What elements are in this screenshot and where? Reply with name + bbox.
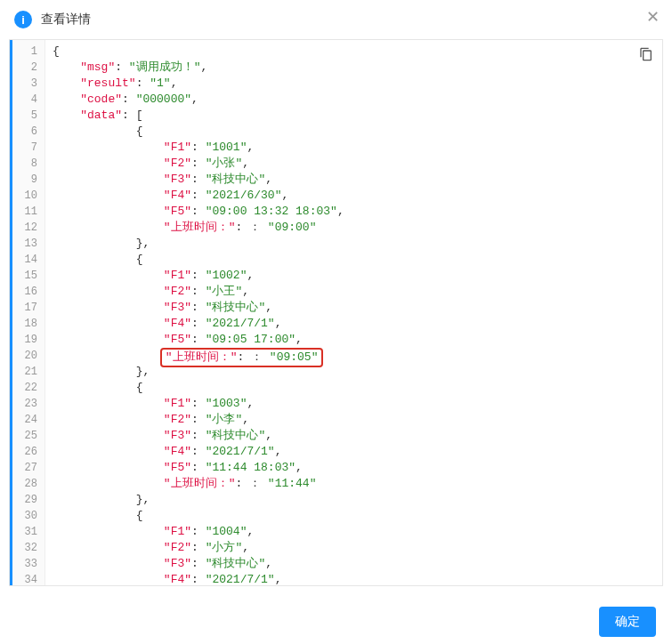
confirm-button[interactable]: 确定 bbox=[599, 607, 656, 637]
code-content[interactable]: { "msg": "调用成功！", "result": "1", "code":… bbox=[45, 40, 662, 585]
dialog-header: i 查看详情 ✕ bbox=[0, 0, 672, 39]
code-line: "F5": "09:00 13:32 18:03", bbox=[53, 204, 655, 220]
code-line: "F3": "科技中心", bbox=[53, 300, 655, 316]
code-line: "code": "000000", bbox=[53, 92, 655, 108]
code-line: "F2": "小方", bbox=[53, 540, 655, 556]
code-line: "F3": "科技中心", bbox=[53, 172, 655, 188]
code-line: "F1": "1003", bbox=[53, 396, 655, 412]
code-line: "msg": "调用成功！", bbox=[53, 60, 655, 76]
code-line: "F5": "11:44 18:03", bbox=[53, 460, 655, 476]
code-line: "上班时间：": ： "11:44" bbox=[53, 476, 655, 492]
code-line: "F3": "科技中心", bbox=[53, 428, 655, 444]
code-line: "上班时间：": ： "09:05" bbox=[53, 348, 655, 364]
code-line: { bbox=[53, 44, 655, 60]
code-line: "F4": "2021/7/1", bbox=[53, 572, 655, 585]
code-line: { bbox=[53, 508, 655, 524]
code-line: { bbox=[53, 380, 655, 396]
code-line: "F1": "1002", bbox=[53, 268, 655, 284]
code-line: "F3": "科技中心", bbox=[53, 556, 655, 572]
code-line: "F4": "2021/7/1", bbox=[53, 444, 655, 460]
code-line: }, bbox=[53, 236, 655, 252]
code-line: "result": "1", bbox=[53, 76, 655, 92]
code-line: "F2": "小李", bbox=[53, 412, 655, 428]
code-line: "F1": "1001", bbox=[53, 140, 655, 156]
code-line: "F2": "小王", bbox=[53, 284, 655, 300]
code-line: "F5": "09:05 17:00", bbox=[53, 332, 655, 348]
line-gutter: 1234567891011121314151617181920212223242… bbox=[10, 40, 45, 585]
dialog-title: 查看详情 bbox=[41, 12, 91, 28]
code-line: "F2": "小张", bbox=[53, 156, 655, 172]
code-line: "data": [ bbox=[53, 108, 655, 124]
code-line: "F1": "1004", bbox=[53, 524, 655, 540]
code-line: { bbox=[53, 252, 655, 268]
code-line: "上班时间：": ： "09:00" bbox=[53, 220, 655, 236]
code-line: { bbox=[53, 124, 655, 140]
close-icon[interactable]: ✕ bbox=[646, 9, 660, 25]
info-icon: i bbox=[14, 11, 32, 28]
code-line: }, bbox=[53, 364, 655, 380]
code-line: "F4": "2021/7/1", bbox=[53, 316, 655, 332]
copy-icon[interactable] bbox=[639, 47, 653, 61]
dialog-footer: 确定 bbox=[599, 607, 656, 637]
code-line: "F4": "2021/6/30", bbox=[53, 188, 655, 204]
code-viewer: 1234567891011121314151617181920212223242… bbox=[9, 39, 663, 586]
code-line: }, bbox=[53, 492, 655, 508]
